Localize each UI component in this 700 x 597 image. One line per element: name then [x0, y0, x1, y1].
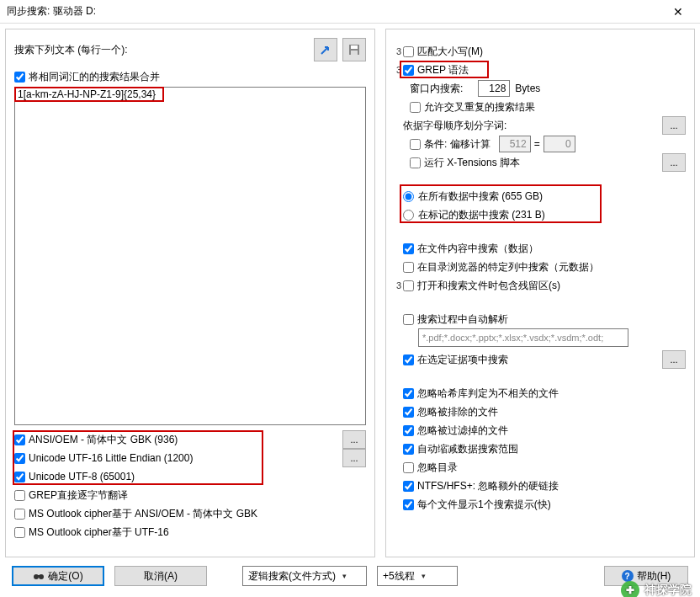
radio-marked-label: 在标记的数据中搜索 (231 B): [418, 208, 545, 222]
search-text-label: 搜索下列文本 (每行一个):: [14, 43, 309, 57]
alpha-split-more[interactable]: ...: [662, 116, 686, 135]
search-terms-input[interactable]: [14, 87, 366, 425]
cancel-button[interactable]: 取消(A): [114, 566, 207, 586]
ig-filt-checkbox[interactable]: [403, 425, 414, 436]
perfile-hint-label: 每个文件显示1个搜索提示(快): [417, 498, 551, 512]
enc-ansi-checkbox[interactable]: [14, 434, 25, 445]
window-title: 同步搜索: 驱动器 D:: [7, 4, 660, 19]
svg-rect-2: [351, 51, 358, 55]
footer: 确定(O) 取消(A) 逻辑搜索(文件方式)▾ +5线程▾ ? 帮助(H) ✚神…: [0, 562, 700, 589]
in-content-checkbox[interactable]: [403, 243, 414, 254]
slack-label: 打开和搜索文件时包含残留区(s): [417, 279, 560, 293]
svg-rect-1: [351, 45, 358, 49]
window-search-label: 窗口内搜索:: [410, 82, 463, 96]
autoparse-checkbox[interactable]: [403, 314, 414, 325]
outlook-ansi-checkbox[interactable]: [14, 509, 25, 520]
run-xt-more[interactable]: ...: [662, 153, 686, 172]
in-evidence-label: 在选定证据项中搜索: [417, 353, 508, 367]
bytes-label: Bytes: [515, 83, 540, 94]
help-button[interactable]: ? 帮助(H): [604, 566, 688, 586]
enc-utf16-checkbox[interactable]: [14, 453, 25, 464]
perfile-hint-checkbox[interactable]: [403, 499, 414, 510]
window-bytes-input[interactable]: [478, 80, 510, 97]
ig-hash-label: 忽略哈希库判定为不相关的文件: [417, 386, 559, 401]
ig-filt-label: 忽略被过滤掉的文件: [417, 424, 508, 438]
shortcut-button[interactable]: [314, 38, 337, 61]
outlook-utf16-label: MS Outlook cipher基于 UTF-16: [29, 525, 169, 540]
help-icon: ?: [622, 570, 634, 582]
enc-utf16-more[interactable]: ...: [342, 449, 366, 467]
svg-rect-5: [37, 575, 40, 577]
in-content-label: 在文件内容中搜索（数据）: [417, 242, 538, 256]
run-xt-label: 运行 X-Tensions 脚本: [424, 156, 520, 170]
titlebar: 同步搜索: 驱动器 D: ✕: [0, 0, 700, 24]
allow-dup-checkbox[interactable]: [410, 102, 421, 113]
radio-all-data[interactable]: [403, 191, 414, 202]
cond-v1-input: [499, 136, 531, 152]
match-case-checkbox[interactable]: [403, 46, 414, 57]
ig-excl-label: 忽略被排除的文件: [417, 405, 498, 419]
grep-bytes-label: GREP直接逐字节翻译: [29, 488, 128, 503]
match-case-label: 匹配大小写(M): [417, 45, 483, 59]
run-xt-checkbox[interactable]: [410, 157, 421, 168]
slack-checkbox[interactable]: [403, 280, 414, 291]
cond-v2-input: [544, 136, 575, 152]
cond-label: 条件: 偏移计算: [424, 137, 491, 152]
enc-utf8-checkbox[interactable]: [14, 472, 25, 482]
cond-checkbox[interactable]: [410, 139, 421, 150]
enc-ansi-more[interactable]: ...: [342, 430, 366, 449]
grep-syntax-checkbox[interactable]: [403, 65, 414, 76]
enc-ansi-label: ANSI/OEM - 简体中文 GBK (936): [29, 433, 178, 447]
binoculars-icon: [33, 571, 45, 581]
search-mode-dropdown[interactable]: 逻辑搜索(文件方式)▾: [242, 566, 367, 586]
autoshrink-label: 自动缩减数据搜索范围: [417, 442, 518, 456]
outlook-utf16-checkbox[interactable]: [14, 527, 25, 538]
chevron-down-icon: ▾: [422, 572, 426, 580]
in-evidence-more[interactable]: ...: [662, 350, 686, 369]
ok-button[interactable]: 确定(O): [12, 566, 104, 586]
radio-marked-data[interactable]: [403, 210, 414, 221]
allow-dup-label: 允许交叉重复的搜索结果: [424, 100, 535, 115]
ig-dirs-checkbox[interactable]: [403, 462, 414, 473]
in-evidence-checkbox[interactable]: [403, 354, 414, 365]
enc-utf16-label: Unicode UTF-16 Little Endian (1200): [29, 452, 193, 464]
radio-all-label: 在所有数据中搜索 (655 GB): [418, 189, 543, 204]
in-dircols-checkbox[interactable]: [403, 262, 414, 273]
grep-bytes-checkbox[interactable]: [14, 490, 25, 501]
save-button[interactable]: [342, 38, 366, 61]
left-panel: 搜索下列文本 (每行一个): 将相同词汇的的搜索结果合并 ANSI/OEM - …: [5, 29, 375, 557]
alpha-split-label: 依据字母顺序划分字词:: [403, 119, 506, 133]
ig-dirs-label: 忽略目录: [417, 461, 458, 475]
threads-dropdown[interactable]: +5线程▾: [377, 566, 458, 586]
close-button[interactable]: ✕: [660, 0, 697, 24]
chevron-down-icon: ▾: [342, 572, 347, 580]
in-dircols-label: 在目录浏览器的特定列中搜索（元数据）: [417, 260, 599, 275]
parse-ext-input: [418, 328, 628, 347]
ig-hash-checkbox[interactable]: [403, 388, 414, 399]
right-panel: 3 匹配大小写(M) 3 GREP 语法 窗口内搜索: Bytes 允许交叉重复…: [385, 29, 695, 557]
autoparse-label: 搜索过程中自动解析: [417, 312, 508, 327]
outlook-ansi-label: MS Outlook cipher基于 ANSI/OEM - 简体中文 GBK: [29, 507, 257, 521]
merge-results-checkbox[interactable]: [14, 72, 25, 83]
autoshrink-checkbox[interactable]: [403, 444, 414, 455]
grep-syntax-label: GREP 语法: [417, 63, 469, 77]
ntfs-hfs-label: NTFS/HFS+: 忽略额外的硬链接: [417, 479, 559, 493]
ig-excl-checkbox[interactable]: [403, 407, 414, 418]
enc-utf8-label: Unicode UTF-8 (65001): [29, 471, 135, 482]
ntfs-hfs-checkbox[interactable]: [403, 481, 414, 492]
merge-results-label: 将相同词汇的的搜索结果合并: [29, 70, 160, 84]
